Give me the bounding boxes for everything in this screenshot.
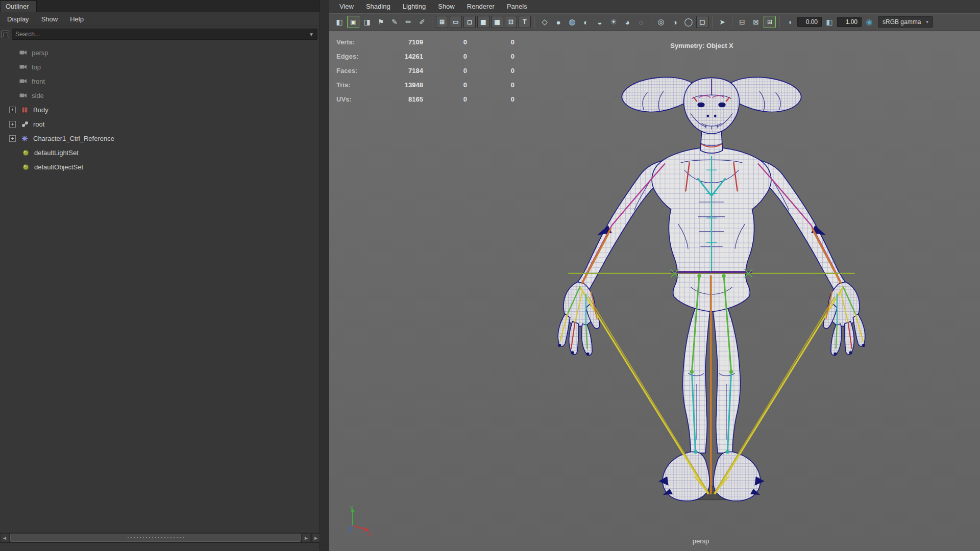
hud-value-1: 8165 xyxy=(387,95,423,103)
grease-pencil-frames-icon[interactable]: ✏ xyxy=(402,16,414,28)
outliner-item-front[interactable]: front xyxy=(0,74,320,88)
outliner-tab-row: Outliner xyxy=(0,0,320,12)
outliner-hscrollbar[interactable]: ◄ ► ► xyxy=(0,533,320,543)
hud-row: UVs:816500 xyxy=(336,92,514,106)
search-dropdown-icon[interactable]: ▼ xyxy=(309,32,314,37)
outliner-item-root[interactable]: +root xyxy=(0,117,320,131)
outliner-item-label: Body xyxy=(33,106,48,114)
outliner-item-side[interactable]: side xyxy=(0,88,320,103)
viewport-menu-lighting[interactable]: Lighting xyxy=(397,1,432,12)
outliner-item-persp[interactable]: persp xyxy=(0,45,320,60)
viewport-menu-view[interactable]: View xyxy=(333,1,360,12)
character-head xyxy=(683,78,739,134)
outliner-item-defaultLightSet[interactable]: defaultLightSet xyxy=(0,145,320,160)
hud-value-1: 7109 xyxy=(387,38,423,46)
gate-mask-icon[interactable]: ▩ xyxy=(477,16,489,28)
bookmark-icon[interactable]: ⚑ xyxy=(375,16,387,28)
colorspace-dropdown[interactable]: sRGB gamma▾ xyxy=(878,16,933,28)
outliner-item-label: side xyxy=(32,92,44,99)
camera-highlight-icon[interactable]: ▣ xyxy=(347,16,359,28)
viewport-toolbar: ◧▣◨⚑✎✏✐⊞▭◻▩▦⊡T◇●◍◐◒☀◕◌◎◑◯▢➤⊟⊠⊞◑0.00◧1.00… xyxy=(329,13,980,31)
hud-value-3: 0 xyxy=(467,95,514,103)
toolbar-separator xyxy=(779,16,780,28)
safe-action-icon[interactable]: ⊡ xyxy=(505,16,517,28)
outliner-item-label: root xyxy=(33,120,44,128)
resolution-gate-icon[interactable]: ◻ xyxy=(463,16,476,28)
wireframe-icon[interactable]: ◇ xyxy=(538,16,551,28)
grease-pencil-settings-icon[interactable]: ✐ xyxy=(416,16,428,28)
gamma-field[interactable]: 1.00 xyxy=(837,17,862,27)
smooth-shade-icon[interactable]: ● xyxy=(552,16,565,28)
ambient-occlusion-icon[interactable]: ◕ xyxy=(621,16,633,28)
shadows-icon[interactable]: ☀ xyxy=(607,16,620,28)
scroll-grip xyxy=(128,537,184,538)
motion-blur-icon[interactable]: ◌ xyxy=(635,16,647,28)
outliner-item-defaultObjectSet[interactable]: defaultObjectSet xyxy=(0,160,320,174)
field-chart-icon[interactable]: ▦ xyxy=(491,16,503,28)
color-management-icon[interactable]: ◉ xyxy=(863,16,875,28)
outliner-item-Character1_Ctrl_Reference[interactable]: +Character1_Ctrl_Reference xyxy=(0,131,320,145)
select-tool-icon[interactable]: ➤ xyxy=(716,16,728,28)
grease-pencil-icon[interactable]: ✎ xyxy=(388,16,401,28)
film-gate-icon[interactable]: ▭ xyxy=(450,16,462,28)
camera-icon xyxy=(19,63,28,71)
expand-toggle-icon[interactable]: + xyxy=(9,135,16,142)
outliner-tab[interactable]: Outliner xyxy=(0,1,37,12)
wireframe-on-shaded-icon[interactable]: ◍ xyxy=(566,16,578,28)
viewport-menu-show[interactable]: Show xyxy=(432,1,461,12)
toolbar-separator xyxy=(732,16,732,28)
scroll-right-icon[interactable]: ► xyxy=(302,533,311,542)
camera-icon xyxy=(19,92,28,99)
outliner-item-top[interactable]: top xyxy=(0,60,320,74)
expand-toggle-icon[interactable]: + xyxy=(9,107,16,113)
toolbar-separator xyxy=(651,16,651,28)
tear-off-copy-icon[interactable]: ⊟ xyxy=(736,16,748,28)
outliner-search-row: Search... ▼ xyxy=(0,26,320,42)
hud-value-3: 0 xyxy=(467,81,514,89)
view-axis-indicator: Y X xyxy=(345,505,373,539)
two-sided-lighting-icon[interactable]: ◑ xyxy=(669,16,681,28)
axis-y-label: Y xyxy=(350,505,354,511)
textured-icon[interactable]: ◐ xyxy=(580,16,592,28)
scroll-left-icon[interactable]: ◄ xyxy=(0,533,9,542)
texture-placement-icon[interactable]: ◯ xyxy=(682,16,695,28)
use-default-material-icon[interactable]: ◒ xyxy=(594,16,606,28)
outliner-menu-help[interactable]: Help xyxy=(64,13,90,25)
viewport-renderer-icon[interactable]: ▢ xyxy=(696,16,708,28)
hud-value-3: 0 xyxy=(467,53,514,60)
outliner-item-Body[interactable]: +Body xyxy=(0,103,320,117)
camera-name-label: persp xyxy=(650,537,752,545)
multi-pane-icon[interactable]: ⊞ xyxy=(764,16,776,28)
outliner-item-label: front xyxy=(32,78,45,85)
viewport-canvas[interactable]: Verts:710900Edges:1426100Faces:718400Tri… xyxy=(329,31,980,551)
viewport-panel: ViewShadingLightingShowRendererPanels ◧▣… xyxy=(329,0,980,551)
scroll-thumb[interactable] xyxy=(10,534,301,542)
grid-icon[interactable]: ⊞ xyxy=(436,16,448,28)
exposure-field[interactable]: 0.00 xyxy=(797,17,822,27)
expand-toggle-icon[interactable]: + xyxy=(9,121,16,128)
viewport-menu-panels[interactable]: Panels xyxy=(501,1,533,12)
hud-value-3: 0 xyxy=(467,38,514,46)
safe-title-icon[interactable]: T xyxy=(519,16,531,28)
camera-attributes-icon[interactable]: ◨ xyxy=(361,16,373,28)
outliner-search-input[interactable]: Search... ▼ xyxy=(12,29,317,40)
character-wireframe[interactable] xyxy=(551,70,872,507)
outliner-item-label: persp xyxy=(32,49,48,57)
camera-icon xyxy=(19,78,28,85)
viewport-menu-shading[interactable]: Shading xyxy=(360,1,397,12)
outliner-menubar: DisplayShowHelp xyxy=(0,12,320,26)
panel-corner-arrow-icon[interactable]: ► xyxy=(312,533,320,542)
outliner-menu-show[interactable]: Show xyxy=(35,13,64,25)
outliner-item-label: Character1_Ctrl_Reference xyxy=(33,135,114,142)
outliner-menu-display[interactable]: Display xyxy=(1,13,35,25)
gamma-icon[interactable]: ◧ xyxy=(823,16,836,28)
filter-icon[interactable] xyxy=(2,31,9,38)
lights-icon[interactable]: ◎ xyxy=(655,16,667,28)
exposure-icon[interactable]: ◑ xyxy=(783,16,796,28)
panel-splitter[interactable] xyxy=(321,0,329,551)
choose-camera-icon[interactable]: ◧ xyxy=(333,16,346,28)
tear-off-icon[interactable]: ⊠ xyxy=(750,16,762,28)
symmetry-hud: Symmetry: Object X xyxy=(648,42,755,49)
poly-count-hud: Verts:710900Edges:1426100Faces:718400Tri… xyxy=(336,35,514,106)
viewport-menu-renderer[interactable]: Renderer xyxy=(461,1,501,12)
